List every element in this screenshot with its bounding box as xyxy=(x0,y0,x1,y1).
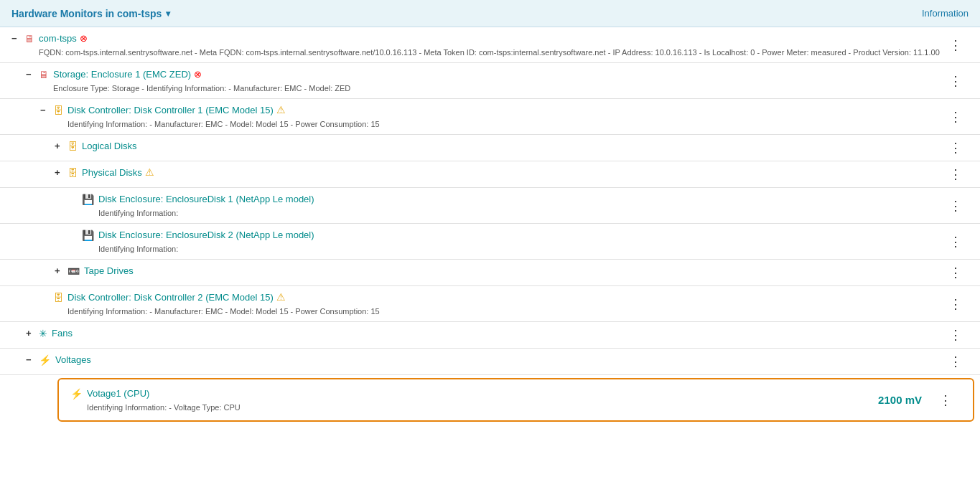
voltage-item-icon: ⚡ xyxy=(70,387,83,401)
kebab-menu[interactable]: ⋮ xyxy=(943,141,969,154)
row-subtitle: Enclosure Type: Storage - Identifying In… xyxy=(53,82,943,94)
kebab-menu[interactable]: ⋮ xyxy=(943,110,969,123)
tree-row-storage-enc1: − 🖥 Storage: Enclosure 1 (EMC ZED)⊗ Encl… xyxy=(0,63,980,99)
row-title-disk-ctrl1[interactable]: Disk Controller: Disk Controller 1 (EMC … xyxy=(67,105,274,115)
tree-row-logical-disks: + 🗄 Logical Disks ⋮ xyxy=(0,135,980,161)
tree-row-physical-disks: + 🗄 Physical Disks⚠ ⋮ xyxy=(0,161,980,188)
row-main-disk-ctrl1: Disk Controller: Disk Controller 1 (EMC … xyxy=(67,103,943,130)
topbar-title-text: Hardware Monitors in com-tsps xyxy=(11,8,162,19)
row-icon-tape-drives: 📼 xyxy=(67,264,80,278)
kebab-menu[interactable]: ⋮ xyxy=(943,39,969,52)
kebab-menu[interactable]: ⋮ xyxy=(943,199,969,212)
row-title-tape-drives[interactable]: Tape Drives xyxy=(84,265,134,276)
expand-btn[interactable]: − xyxy=(26,67,34,82)
row-icon-voltages: ⚡ xyxy=(39,353,51,367)
row-icon-disk-enc1: 💾 xyxy=(82,192,94,207)
status-warn-icon: ⚠ xyxy=(145,166,154,178)
kebab-menu[interactable]: ⋮ xyxy=(943,266,969,279)
row-icon-disk-ctrl2: 🗄 xyxy=(53,290,63,305)
tree-row-disk-enc2: 💾 Disk Enclosure: EnclosureDisk 2 (NetAp… xyxy=(0,224,980,260)
row-title-storage-enc1[interactable]: Storage: Enclosure 1 (EMC ZED) xyxy=(53,69,191,80)
row-title-disk-enc2[interactable]: Disk Enclosure: EnclosureDisk 2 (NetApp … xyxy=(98,230,314,240)
status-error-icon: ⊗ xyxy=(194,69,202,80)
voltage-item-value: 2100 mV xyxy=(878,394,933,406)
expand-btn[interactable]: + xyxy=(26,326,34,341)
chevron-down-icon: ▾ xyxy=(166,9,170,19)
row-main-disk-ctrl2: Disk Controller: Disk Controller 2 (EMC … xyxy=(67,290,943,317)
row-title-disk-enc1[interactable]: Disk Enclosure: EnclosureDisk 1 (NetApp … xyxy=(98,194,314,204)
expand-btn[interactable]: − xyxy=(26,353,34,367)
kebab-menu[interactable]: ⋮ xyxy=(943,235,969,248)
row-subtitle: Identifying Information: xyxy=(98,243,943,255)
tree-row-disk-ctrl2: 🗄 Disk Controller: Disk Controller 2 (EM… xyxy=(0,286,980,322)
row-title-voltages[interactable]: Voltages xyxy=(55,354,91,365)
row-icon-storage-enc1: 🖥 xyxy=(39,67,49,82)
row-subtitle: Identifying Information: - Manufacturer:… xyxy=(67,306,943,317)
hardware-monitors-title[interactable]: Hardware Monitors in com-tsps ▾ xyxy=(11,8,170,19)
tree-row-disk-ctrl1: − 🗄 Disk Controller: Disk Controller 1 (… xyxy=(0,99,980,135)
voltage-item-kebab[interactable]: ⋮ xyxy=(933,394,958,407)
expand-btn[interactable]: + xyxy=(55,139,63,153)
information-link[interactable]: Information xyxy=(922,8,969,19)
voltage-item-subtitle: Identifying Information: - Voltage Type:… xyxy=(87,402,878,413)
row-main-fans: Fans xyxy=(52,326,943,341)
kebab-menu[interactable]: ⋮ xyxy=(943,168,969,181)
kebab-menu[interactable]: ⋮ xyxy=(943,298,969,311)
row-subtitle: Identifying Information: - Manufacturer:… xyxy=(67,118,943,130)
row-title-disk-ctrl2[interactable]: Disk Controller: Disk Controller 2 (EMC … xyxy=(67,292,274,303)
row-title-physical-disks[interactable]: Physical Disks xyxy=(82,167,142,178)
row-main-disk-enc2: Disk Enclosure: EnclosureDisk 2 (NetApp … xyxy=(98,228,943,255)
expand-btn[interactable]: + xyxy=(55,166,63,180)
row-icon-logical-disks: 🗄 xyxy=(67,139,78,153)
row-title-logical-disks[interactable]: Logical Disks xyxy=(82,141,137,151)
row-icon-disk-enc2: 💾 xyxy=(82,228,94,242)
tree-row-fans: + ✳ Fans ⋮ xyxy=(0,322,980,349)
voltage-item-main: Votage1 (CPU) Identifying Information: -… xyxy=(87,387,878,413)
row-main-com-tsps: com-tsps⊗ FQDN: com-tsps.internal.sentry… xyxy=(39,32,943,58)
tree-row-disk-enc1: 💾 Disk Enclosure: EnclosureDisk 1 (NetAp… xyxy=(0,188,980,224)
row-main-logical-disks: Logical Disks xyxy=(82,139,943,153)
kebab-menu[interactable]: ⋮ xyxy=(943,355,969,368)
expand-btn[interactable]: + xyxy=(55,264,63,278)
row-subtitle: FQDN: com-tsps.internal.sentrysoftware.n… xyxy=(39,47,943,58)
row-subtitle: Identifying Information: xyxy=(98,207,943,219)
row-icon-com-tsps: 🖥 xyxy=(24,32,34,46)
row-title-fans[interactable]: Fans xyxy=(52,328,73,339)
kebab-menu[interactable]: ⋮ xyxy=(943,75,969,88)
tree-container: − 🖥 com-tsps⊗ FQDN: com-tsps.internal.se… xyxy=(0,27,980,425)
status-error-icon: ⊗ xyxy=(80,33,88,44)
voltage-item-title[interactable]: Votage1 (CPU) xyxy=(87,388,149,399)
row-icon-fans: ✳ xyxy=(39,326,47,341)
row-main-tape-drives: Tape Drives xyxy=(84,264,943,278)
row-main-physical-disks: Physical Disks⚠ xyxy=(82,166,943,180)
voltage-item-highlight: ⚡ Votage1 (CPU) Identifying Information:… xyxy=(57,378,974,422)
row-main-voltages: Voltages xyxy=(55,353,943,367)
status-warn-icon: ⚠ xyxy=(276,291,286,303)
row-main-storage-enc1: Storage: Enclosure 1 (EMC ZED)⊗ Enclosur… xyxy=(53,67,943,94)
row-title-com-tsps[interactable]: com-tsps xyxy=(39,33,77,44)
tree-row-voltages: − ⚡ Voltages ⋮ xyxy=(0,349,980,375)
tree-row-tape-drives: + 📼 Tape Drives ⋮ xyxy=(0,260,980,286)
expand-btn[interactable]: − xyxy=(40,103,49,118)
top-bar: Hardware Monitors in com-tsps ▾ Informat… xyxy=(0,0,980,27)
tree-row-votage1: ⚡ Votage1 (CPU) Identifying Information:… xyxy=(0,378,980,422)
kebab-menu[interactable]: ⋮ xyxy=(943,329,969,341)
tree-row-com-tsps: − 🖥 com-tsps⊗ FQDN: com-tsps.internal.se… xyxy=(0,27,980,63)
row-icon-physical-disks: 🗄 xyxy=(67,166,78,180)
row-main-disk-enc1: Disk Enclosure: EnclosureDisk 1 (NetApp … xyxy=(98,192,943,219)
row-icon-disk-ctrl1: 🗄 xyxy=(53,103,63,118)
expand-btn[interactable]: − xyxy=(11,32,20,46)
status-warn-icon: ⚠ xyxy=(276,104,286,115)
